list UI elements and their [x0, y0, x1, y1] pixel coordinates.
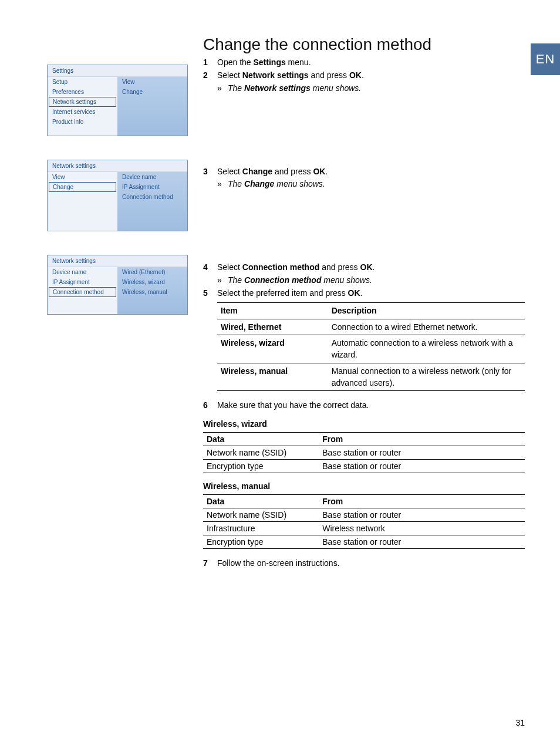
menu-item-selected: Connection method: [49, 287, 116, 297]
table-row: Encryption type Base station or router: [203, 460, 525, 473]
submenu-item: Wireless, manual: [117, 287, 187, 297]
table-header: Description: [328, 303, 525, 319]
table-row: Network name (SSID) Base station or rout…: [203, 446, 525, 460]
table-row: Wireless, manual Manual connection to a …: [217, 363, 525, 391]
submenu-item: Device name: [117, 172, 187, 182]
menu-item: Product info: [48, 117, 117, 127]
panel-header: Network settings: [48, 160, 187, 172]
table-row: Encryption type Base station or router: [203, 535, 525, 549]
step-6: Make sure that you have the correct data…: [203, 399, 525, 411]
figure-column: Settings Setup Preferences Network setti…: [47, 35, 188, 571]
document-page: EN Settings Setup Preferences Network se…: [0, 0, 560, 745]
content-column: Change the connection method Open the Se…: [203, 35, 525, 571]
subheading-manual: Wireless, manual: [203, 481, 525, 491]
submenu-item: IP Assignment: [117, 182, 187, 192]
steps-list-cont: Follow the on-screen instructions.: [203, 557, 525, 569]
step-7: Follow the on-screen instructions.: [203, 557, 525, 569]
step-result: The Network settings menu shows.: [217, 82, 525, 94]
menu-item: Device name: [48, 267, 117, 277]
menu-item-selected: Change: [49, 182, 116, 192]
menu-item: IP Assignment: [48, 277, 117, 287]
submenu-item: Change: [117, 87, 187, 97]
step-5: Select the preferred item and press OK. …: [203, 287, 525, 391]
subheading-wizard: Wireless, wizard: [203, 419, 525, 429]
table-row: Wired, Ethernet Connection to a wired Et…: [217, 319, 525, 335]
table-row: Network name (SSID) Base station or rout…: [203, 508, 525, 522]
panel-header: Settings: [48, 65, 187, 77]
menu-item: Preferences: [48, 87, 117, 97]
language-tab: EN: [531, 43, 560, 75]
step-3: Select Change and press OK. The Change m…: [203, 166, 525, 261]
table-header: Data: [203, 495, 319, 508]
table-row: Wireless, wizard Automatic connection to…: [217, 335, 525, 363]
submenu-item: View: [117, 77, 187, 87]
table-row: Infrastructure Wireless network: [203, 522, 525, 535]
step-2: Select Network settings and press OK. Th…: [203, 69, 525, 164]
table-header: From: [319, 433, 525, 446]
figure-settings-menu: Settings Setup Preferences Network setti…: [47, 65, 188, 136]
panel-header: Network settings: [48, 255, 187, 267]
step-4: Select Connection method and press OK. T…: [203, 261, 525, 286]
submenu-item: Wired (Ethernet): [117, 267, 187, 277]
table-header: From: [319, 495, 525, 508]
figure-network-settings-change: Network settings View Change Device name…: [47, 160, 188, 231]
step-result: The Change menu shows.: [217, 178, 525, 190]
submenu-item: Connection method: [117, 192, 187, 202]
table-connection-methods: Item Description Wired, Ethernet Connect…: [217, 302, 525, 391]
table-header: Data: [203, 433, 319, 446]
step-result: The Connection method menu shows.: [217, 274, 525, 286]
figure-connection-method: Network settings Device name IP Assignme…: [47, 255, 188, 315]
steps-list: Open the Settings menu. Select Network s…: [203, 56, 525, 411]
menu-item-selected: Network settings: [49, 97, 116, 107]
page-number: 31: [515, 718, 525, 727]
step-1: Open the Settings menu.: [203, 56, 525, 68]
page-title: Change the connection method: [203, 35, 525, 54]
table-wizard: Data From Network name (SSID) Base stati…: [203, 432, 525, 473]
submenu-item: Wireless, wizard: [117, 277, 187, 287]
table-header: Item: [217, 303, 328, 319]
menu-item: Internet services: [48, 107, 117, 117]
menu-item: Setup: [48, 77, 117, 87]
table-manual: Data From Network name (SSID) Base stati…: [203, 494, 525, 549]
menu-item: View: [48, 172, 117, 182]
